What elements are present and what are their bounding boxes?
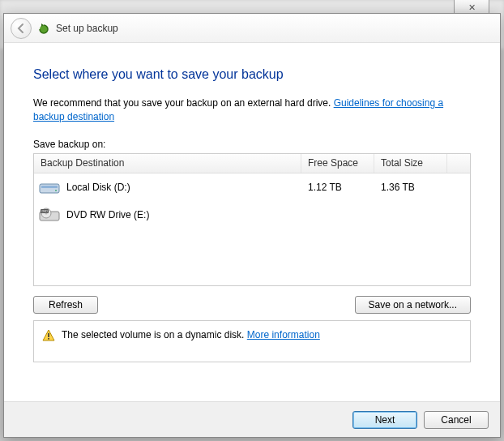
info-text-container: The selected volume is on a dynamic disk… <box>62 329 320 340</box>
page-heading: Select where you want to save your backu… <box>33 67 471 82</box>
svg-rect-9 <box>48 333 49 337</box>
drive-list-header: Backup Destination Free Space Total Size <box>34 154 470 173</box>
svg-point-3 <box>55 190 57 191</box>
next-button[interactable]: Next <box>352 411 417 429</box>
info-text: The selected volume is on a dynamic disk… <box>62 329 247 340</box>
footer: Next Cancel <box>4 401 500 437</box>
drive-row[interactable]: DVD DVD RW Drive (E:) <box>34 201 470 229</box>
titlebar: Set up backup <box>4 14 500 43</box>
drive-list: Backup Destination Free Space Total Size… <box>33 153 471 286</box>
drive-total-size: 1.36 TB <box>374 182 447 193</box>
save-on-label: Save backup on: <box>33 139 471 150</box>
more-information-link[interactable]: More information <box>247 329 320 340</box>
svg-rect-1 <box>40 184 59 193</box>
column-header-destination[interactable]: Backup Destination <box>34 154 301 173</box>
drive-row[interactable]: Local Disk (D:) 1.12 TB 1.36 TB <box>34 173 470 201</box>
column-header-free-space[interactable]: Free Space <box>301 154 374 173</box>
drive-free-space: 1.12 TB <box>301 182 374 193</box>
content-area: Select where you want to save your backu… <box>4 43 500 401</box>
back-button[interactable] <box>11 18 32 39</box>
save-on-network-button[interactable]: Save on a network... <box>355 296 471 314</box>
backup-app-icon <box>36 21 51 36</box>
svg-rect-2 <box>41 186 58 188</box>
window-title: Set up backup <box>56 23 118 34</box>
column-header-spacer <box>447 154 470 173</box>
cancel-button[interactable]: Cancel <box>424 411 489 429</box>
action-buttons-row: Refresh Save on a network... <box>33 296 471 314</box>
recommendation-text-pre: We recommend that you save your backup o… <box>33 97 334 109</box>
svg-rect-10 <box>48 338 49 340</box>
recommendation-text: We recommend that you save your backup o… <box>33 96 471 124</box>
wizard-window: Set up backup Select where you want to s… <box>3 13 501 438</box>
svg-text:DVD: DVD <box>42 210 49 213</box>
info-box: The selected volume is on a dynamic disk… <box>33 320 471 362</box>
column-header-total-size[interactable]: Total Size <box>374 154 447 173</box>
dvd-drive-icon: DVD <box>39 206 62 224</box>
arrow-left-icon <box>15 23 27 34</box>
drive-name: Local Disk (D:) <box>66 182 130 193</box>
warning-icon <box>42 329 55 342</box>
refresh-button[interactable]: Refresh <box>33 296 98 314</box>
drive-name: DVD RW Drive (E:) <box>66 209 149 220</box>
hdd-icon <box>39 178 62 196</box>
